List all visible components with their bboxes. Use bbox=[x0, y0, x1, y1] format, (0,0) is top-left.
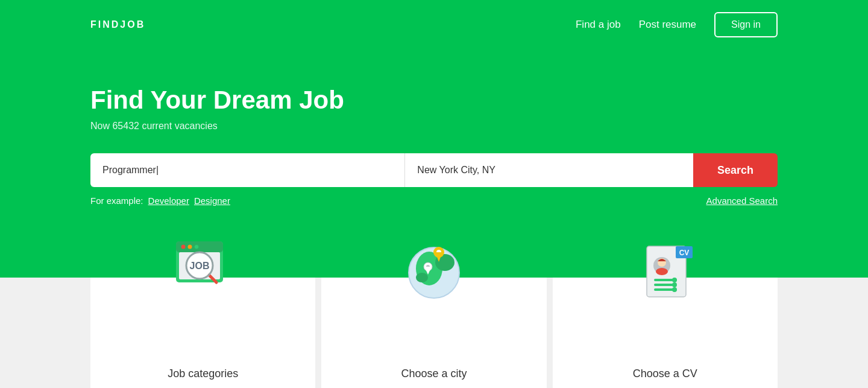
search-location-input[interactable] bbox=[404, 153, 693, 187]
hero-subtitle: Now 65432 current vacancies bbox=[90, 121, 778, 132]
examples-row: For example: Developer Designer Advanced… bbox=[90, 196, 778, 206]
search-job-input[interactable] bbox=[90, 153, 404, 187]
example-designer[interactable]: Designer bbox=[194, 196, 230, 206]
hero-title: Find Your Dream Job bbox=[90, 86, 778, 115]
logo: FINDJOB bbox=[90, 19, 145, 30]
svg-text:CV: CV bbox=[679, 249, 690, 257]
svg-point-4 bbox=[194, 245, 198, 249]
example-developer[interactable]: Developer bbox=[148, 196, 189, 206]
svg-point-32 bbox=[672, 287, 677, 292]
svg-rect-28 bbox=[654, 284, 673, 286]
job-categories-card[interactable]: JOB Job categories bbox=[90, 278, 315, 388]
cards-section: JOB Job categories bbox=[0, 278, 868, 388]
svg-point-30 bbox=[672, 278, 677, 282]
search-bar: Search bbox=[90, 153, 778, 187]
nav-links: Find a job Post resume Sign in bbox=[576, 12, 778, 37]
search-button[interactable]: Search bbox=[693, 153, 778, 187]
job-categories-label: Job categories bbox=[168, 367, 238, 380]
svg-point-26 bbox=[656, 268, 668, 275]
svg-point-2 bbox=[181, 245, 185, 249]
sign-in-button[interactable]: Sign in bbox=[714, 12, 778, 37]
examples-left: For example: Developer Designer bbox=[90, 196, 230, 206]
advanced-search-link[interactable]: Advanced Search bbox=[706, 196, 778, 206]
svg-point-3 bbox=[187, 245, 192, 249]
choose-cv-icon: CV bbox=[623, 229, 707, 314]
choose-city-label: Choose a city bbox=[401, 367, 467, 380]
choose-cv-label: Choose a CV bbox=[633, 367, 697, 380]
svg-point-31 bbox=[672, 282, 677, 287]
job-categories-icon: JOB bbox=[161, 229, 245, 314]
examples-label: For example: bbox=[90, 196, 143, 206]
choose-city-card[interactable]: Choose a city bbox=[315, 278, 546, 388]
svg-point-13 bbox=[416, 273, 428, 282]
choose-cv-card[interactable]: CV Choose a CV bbox=[547, 278, 778, 388]
navbar: FINDJOB Find a job Post resume Sign in bbox=[90, 0, 778, 49]
choose-city-icon bbox=[392, 229, 476, 314]
post-resume-link[interactable]: Post resume bbox=[639, 19, 696, 31]
svg-text:JOB: JOB bbox=[189, 261, 209, 271]
find-job-link[interactable]: Find a job bbox=[576, 19, 621, 31]
